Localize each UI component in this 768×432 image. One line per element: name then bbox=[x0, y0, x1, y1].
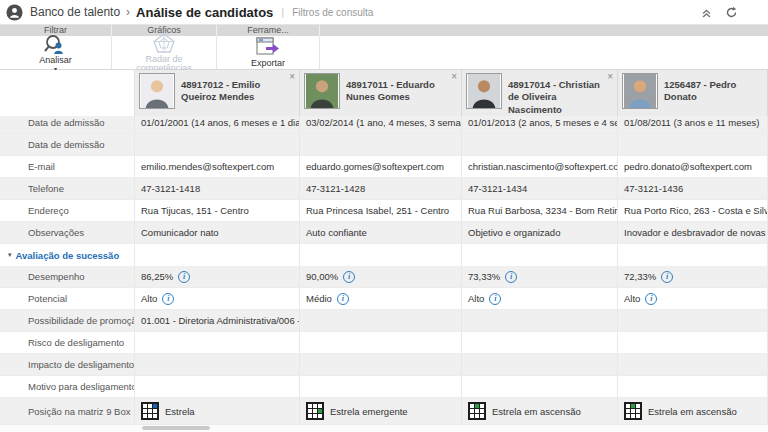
page-title: Análise de candidatos bbox=[136, 5, 273, 20]
cell-value: Inovador e desbravador de novas tecnólog… bbox=[624, 227, 768, 238]
cell-value: 01/08/2011 (3 anos e 11 meses) bbox=[624, 117, 759, 128]
cell-r4-c0: Rua Tijucas, 151 - Centro bbox=[135, 200, 300, 221]
cell-value: 47-3121-1434 bbox=[468, 183, 527, 194]
cell-value: pedro.donato@softexpert.com bbox=[624, 161, 752, 172]
candidate-header-2[interactable]: 48917014 - Christian de Oliveira Nascime… bbox=[462, 70, 618, 116]
cell-r1-c3 bbox=[618, 134, 768, 155]
close-icon[interactable]: × bbox=[607, 72, 613, 82]
app-logo-icon bbox=[6, 4, 23, 21]
ninebox-cell bbox=[636, 404, 640, 408]
cell-r4-c1: Rua Princesa Isabel, 251 - Centro bbox=[300, 200, 462, 221]
cell-r13-c1: Estrela emergente bbox=[300, 398, 462, 424]
close-icon[interactable]: × bbox=[289, 72, 295, 82]
table-row-3: Telefone47-3121-141847-3121-142847-3121-… bbox=[0, 178, 768, 200]
cell-r7-c3: 72,33%i bbox=[618, 266, 768, 287]
section-label: Avaliação de sucessão bbox=[16, 250, 120, 261]
candidate-photo bbox=[466, 73, 502, 109]
cell-value: 01.001 - Diretoria Administrativa/006 - … bbox=[141, 315, 300, 326]
table-row-9: Possibilidade de promoção01.001 - Direto… bbox=[0, 310, 768, 332]
candidate-name: 48917012 - Emilio Queiroz Mendes bbox=[181, 79, 295, 104]
row-label: Risco de desligamento bbox=[0, 332, 135, 353]
candidate-header-1[interactable]: 48917011 - Eduardo Nunes Gomes× bbox=[300, 70, 462, 116]
info-icon[interactable]: i bbox=[645, 293, 657, 305]
cell-r6-c1 bbox=[300, 244, 462, 266]
ninebox-cell bbox=[313, 414, 317, 418]
ninebox-cell bbox=[148, 404, 152, 408]
ninebox-cell bbox=[475, 414, 479, 418]
row-label: Posição na matriz 9 Box bbox=[0, 398, 135, 424]
breadcrumb-app[interactable]: Banco de talento bbox=[30, 5, 120, 19]
row-label: Potencial bbox=[0, 288, 135, 309]
ninebox-matrix-icon bbox=[306, 402, 324, 420]
info-icon[interactable]: i bbox=[489, 293, 501, 305]
candidate-photo bbox=[304, 73, 340, 109]
export-button[interactable]: Exportar bbox=[251, 37, 285, 68]
table-row-11: Impacto de desligamento bbox=[0, 354, 768, 376]
row-label: Impacto de desligamento bbox=[0, 354, 135, 375]
section-toggle[interactable]: ▾Avaliação de sucessão bbox=[0, 244, 135, 266]
ninebox-cell bbox=[470, 409, 474, 413]
ninebox-cell bbox=[470, 414, 474, 418]
row-label: E-mail bbox=[0, 156, 135, 177]
ninebox-cell bbox=[318, 404, 322, 408]
ninebox-cell bbox=[153, 414, 157, 418]
info-icon[interactable]: i bbox=[343, 271, 355, 283]
cell-r1-c1 bbox=[300, 134, 462, 155]
cell-r5-c1: Auto confiante bbox=[300, 222, 462, 243]
breadcrumb-separator: › bbox=[126, 5, 130, 19]
cell-r12-c1 bbox=[300, 376, 462, 397]
cell-value: Alto bbox=[624, 293, 640, 304]
cell-r3-c1: 47-3121-1428 bbox=[300, 178, 462, 199]
cell-r2-c1: eduardo.gomes@softexpert.com bbox=[300, 156, 462, 177]
cell-r13-c3: Estrela em ascensão bbox=[618, 398, 768, 424]
row-label: Data de demissão bbox=[0, 134, 135, 155]
candidate-header-0[interactable]: 48917012 - Emilio Queiroz Mendes× bbox=[135, 70, 300, 116]
ninebox-cell bbox=[148, 409, 152, 413]
table-row-10: Risco de desligamento bbox=[0, 332, 768, 354]
ninebox-cell bbox=[470, 404, 474, 408]
analyze-button[interactable]: Analisar ▾ bbox=[39, 34, 72, 72]
info-icon[interactable]: i bbox=[505, 271, 517, 283]
cell-r3-c2: 47-3121-1434 bbox=[462, 178, 618, 199]
cell-r1-c2 bbox=[462, 134, 618, 155]
info-icon[interactable]: i bbox=[661, 271, 673, 283]
cell-value: 73,33% bbox=[468, 271, 500, 282]
radar-competencias-button: Radar de competências bbox=[129, 33, 199, 73]
cell-r12-c3 bbox=[618, 376, 768, 397]
collapse-ribbon-icon[interactable] bbox=[700, 6, 713, 19]
cell-r7-c1: 90,00%i bbox=[300, 266, 462, 287]
cell-r5-c3: Inovador e desbravador de novas tecnólog… bbox=[618, 222, 768, 243]
info-icon[interactable]: i bbox=[178, 271, 190, 283]
close-icon[interactable]: × bbox=[451, 72, 457, 82]
info-icon[interactable]: i bbox=[337, 293, 349, 305]
tab-ferramentas[interactable]: Ferrame... bbox=[217, 25, 320, 36]
query-filters-link[interactable]: Filtros de consulta bbox=[292, 7, 373, 18]
cell-r9-c3 bbox=[618, 310, 768, 331]
cell-r11-c2 bbox=[462, 354, 618, 375]
info-icon[interactable]: i bbox=[162, 293, 174, 305]
candidate-name: 1256487 - Pedro Donato bbox=[664, 79, 763, 104]
cell-r3-c3: 47-3121-1436 bbox=[618, 178, 768, 199]
talent-bank-window: Banco de talento › Análise de candidatos… bbox=[0, 0, 768, 432]
ninebox-cell bbox=[308, 409, 312, 413]
cell-value: Estrela bbox=[165, 406, 195, 417]
table-row-1: Data de demissão bbox=[0, 134, 768, 156]
cell-value: 90,00% bbox=[306, 271, 338, 282]
ninebox-cell bbox=[626, 404, 630, 408]
ninebox-cell bbox=[143, 414, 147, 418]
cell-r4-c3: Rua Porto Rico, 263 - Costa e Silva bbox=[618, 200, 768, 221]
ninebox-cell bbox=[626, 409, 630, 413]
ninebox-cell bbox=[480, 404, 484, 408]
horizontal-scrollbar-thumb[interactable] bbox=[142, 426, 210, 430]
section-collapse-arrow-icon: ▾ bbox=[8, 251, 12, 259]
cell-r11-c3 bbox=[618, 354, 768, 375]
cell-r12-c0 bbox=[135, 376, 300, 397]
horizontal-scrollbar[interactable] bbox=[0, 425, 768, 432]
cell-r7-c2: 73,33%i bbox=[462, 266, 618, 287]
ninebox-cell bbox=[631, 409, 635, 413]
row-label: Telefone bbox=[0, 178, 135, 199]
cell-value: 47-3121-1418 bbox=[141, 183, 200, 194]
cell-value: Objetivo e organizado bbox=[468, 227, 560, 238]
refresh-icon[interactable] bbox=[725, 6, 738, 19]
candidate-header-3[interactable]: 1256487 - Pedro Donato bbox=[618, 70, 768, 116]
